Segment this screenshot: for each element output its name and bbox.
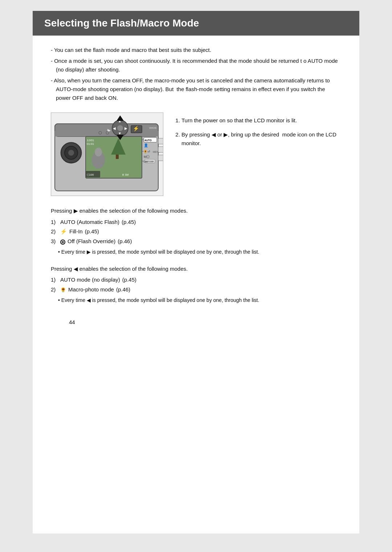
instruction-1: Turn the power on so that the LCD monito… bbox=[181, 116, 341, 124]
pressing-left-line: Pressing ◀ enables the selection of the … bbox=[51, 265, 341, 273]
svg-rect-14 bbox=[116, 155, 119, 159]
svg-text:DISP.: DISP. bbox=[150, 160, 154, 163]
svg-text:SET: SET bbox=[143, 160, 148, 163]
svg-text:Mⓘ: Mⓘ bbox=[144, 155, 150, 159]
mode-right-2: 2) ⚡ Fill-In (p.45) bbox=[51, 228, 341, 236]
svg-point-38 bbox=[117, 125, 123, 131]
instructions-col: Turn the power on so that the LCD monito… bbox=[174, 113, 341, 196]
svg-text:▶: ▶ bbox=[124, 126, 127, 130]
svg-text:〈〈100: 〈〈100 bbox=[87, 173, 94, 176]
svg-text:01:01: 01:01 bbox=[87, 142, 94, 146]
instructions-list: Turn the power on so that the LCD monito… bbox=[174, 116, 341, 147]
page-number: 44 bbox=[51, 319, 341, 325]
svg-point-47 bbox=[106, 131, 109, 134]
svg-text:⚡: ⚡ bbox=[133, 126, 139, 132]
svg-rect-34 bbox=[158, 138, 163, 144]
svg-text:WIDE: WIDE bbox=[149, 126, 157, 130]
svg-point-46 bbox=[99, 131, 102, 134]
section-pressing-left: Pressing ◀ enables the selection of the … bbox=[51, 265, 341, 304]
mode-left-1: 1) AUTO mode (no display) (p.45) bbox=[51, 276, 341, 284]
two-col-layout: ▶ 🗑 WIDE 12/01 01:01 〈〈10 bbox=[51, 113, 341, 196]
note-right: Every time ▶ is pressed, the mode symbol… bbox=[58, 248, 341, 256]
intro-bullet-3: - Also, when you turn the camera OFF, th… bbox=[51, 76, 341, 102]
intro-bullet-2: - Once a mode is set, you can shoot cont… bbox=[51, 57, 341, 74]
svg-point-5 bbox=[68, 150, 74, 156]
intro-bullets: - You can set the flash mode and macro t… bbox=[51, 46, 341, 102]
intro-bullet-1: - You can set the flash mode and macro t… bbox=[51, 46, 341, 54]
note-left: Every time ◀ is pressed, the mode symbol… bbox=[58, 297, 341, 304]
section-pressing-right: Pressing ▶ enables the selection of the … bbox=[51, 207, 341, 256]
mode-list-right: 1) AUTO (Automatic Flash) (p.45) 2) ⚡ Fi… bbox=[51, 218, 341, 246]
svg-text:◀: ◀ bbox=[113, 126, 116, 130]
svg-text:🌻⏎: 🌻⏎ bbox=[143, 150, 150, 154]
page-title: Selecting the Flash/Macro Mode bbox=[44, 17, 348, 29]
pressing-right-line: Pressing ▶ enables the selection of the … bbox=[51, 207, 341, 215]
instruction-2: By pressing ◀ or ▶, bring up the desired… bbox=[181, 130, 341, 147]
mode-right-3: 3) ⊕ Off (Flash Override) (p.46) bbox=[51, 237, 341, 246]
svg-rect-35 bbox=[158, 147, 163, 152]
svg-rect-36 bbox=[158, 155, 163, 161]
svg-text:👤: 👤 bbox=[144, 143, 148, 148]
mode-left-2: 2) 🌻 Macro-photo mode (p.46) bbox=[51, 286, 341, 294]
svg-text:12/01: 12/01 bbox=[87, 139, 94, 142]
svg-marker-44 bbox=[117, 115, 124, 121]
svg-point-12 bbox=[95, 148, 102, 156]
page-content: - You can set the flash mode and macro t… bbox=[33, 46, 359, 325]
mode-list-left: 1) AUTO mode (no display) (p.45) 2) 🌻 Ma… bbox=[51, 276, 341, 294]
camera-diagram: ▶ 🗑 WIDE 12/01 01:01 〈〈10 bbox=[51, 113, 163, 196]
svg-text:AUTO: AUTO bbox=[144, 139, 152, 142]
page-header: Selecting the Flash/Macro Mode bbox=[33, 11, 359, 36]
page: Selecting the Flash/Macro Mode - You can… bbox=[33, 11, 359, 533]
mode-right-1: 1) AUTO (Automatic Flash) (p.45) bbox=[51, 218, 341, 226]
svg-text:⬇ ​SM: ⬇ ​SM bbox=[122, 173, 129, 176]
